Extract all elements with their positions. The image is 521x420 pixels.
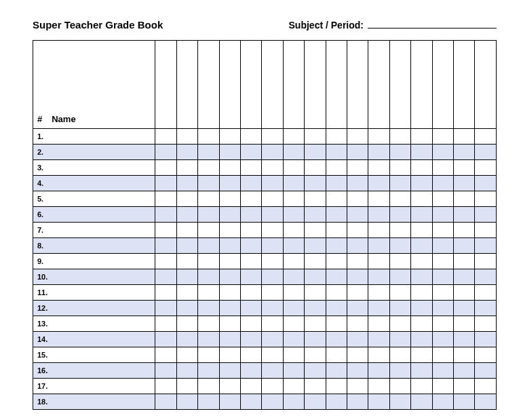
grade-cell[interactable] — [432, 145, 453, 160]
grade-cell[interactable] — [198, 363, 219, 379]
grade-cell[interactable] — [305, 207, 326, 223]
grade-cell[interactable] — [326, 269, 347, 285]
grade-cell[interactable] — [305, 332, 326, 347]
grade-cell[interactable] — [262, 363, 283, 379]
grade-cell[interactable] — [241, 160, 262, 176]
grade-cell[interactable] — [326, 332, 347, 347]
grade-cell[interactable] — [155, 363, 176, 379]
grade-cell[interactable] — [347, 332, 368, 347]
grade-cell[interactable] — [241, 176, 262, 191]
grade-cell[interactable] — [389, 129, 410, 145]
grade-cell[interactable] — [454, 316, 475, 332]
grade-cell[interactable] — [262, 379, 283, 394]
grade-cell[interactable] — [411, 363, 432, 379]
grade-cell[interactable] — [454, 254, 475, 269]
grade-cell[interactable] — [368, 285, 389, 301]
grade-cell[interactable] — [454, 332, 475, 347]
grade-cell[interactable] — [368, 254, 389, 269]
grade-cell[interactable] — [283, 301, 304, 316]
name-cell[interactable]: 14. — [33, 332, 155, 347]
grade-cell[interactable] — [219, 145, 240, 160]
grade-cell[interactable] — [432, 160, 453, 176]
grade-cell[interactable] — [347, 254, 368, 269]
grade-cell[interactable] — [326, 394, 347, 410]
grade-cell[interactable] — [219, 254, 240, 269]
grade-cell[interactable] — [283, 191, 304, 207]
grade-cell[interactable] — [389, 254, 410, 269]
grade-cell[interactable] — [475, 254, 497, 269]
grade-cell[interactable] — [241, 363, 262, 379]
grade-cell[interactable] — [176, 347, 197, 363]
grade-cell[interactable] — [475, 223, 497, 238]
grade-cell[interactable] — [262, 160, 283, 176]
grade-cell[interactable] — [176, 160, 197, 176]
grade-cell[interactable] — [454, 347, 475, 363]
name-cell[interactable]: 10. — [33, 269, 155, 285]
grade-cell[interactable] — [305, 301, 326, 316]
grade-cell[interactable] — [475, 363, 497, 379]
grade-cell[interactable] — [326, 223, 347, 238]
grade-cell[interactable] — [454, 269, 475, 285]
grade-cell[interactable] — [241, 316, 262, 332]
grade-cell[interactable] — [411, 332, 432, 347]
grade-cell[interactable] — [432, 285, 453, 301]
grade-cell[interactable] — [475, 379, 497, 394]
grade-cell[interactable] — [219, 269, 240, 285]
grade-cell[interactable] — [305, 176, 326, 191]
grade-cell[interactable] — [219, 394, 240, 410]
grade-cell[interactable] — [198, 379, 219, 394]
name-cell[interactable]: 15. — [33, 347, 155, 363]
grade-cell[interactable] — [219, 129, 240, 145]
grade-cell[interactable] — [219, 160, 240, 176]
grade-cell[interactable] — [155, 285, 176, 301]
grade-cell[interactable] — [347, 301, 368, 316]
grade-cell[interactable] — [389, 379, 410, 394]
grade-cell[interactable] — [305, 316, 326, 332]
name-cell[interactable]: 1. — [33, 129, 155, 145]
grade-cell[interactable] — [176, 145, 197, 160]
grade-cell[interactable] — [368, 129, 389, 145]
grade-cell[interactable] — [219, 238, 240, 254]
grade-cell[interactable] — [305, 238, 326, 254]
grade-cell[interactable] — [219, 191, 240, 207]
grade-cell[interactable] — [347, 207, 368, 223]
grade-cell[interactable] — [347, 363, 368, 379]
grade-cell[interactable] — [347, 160, 368, 176]
grade-cell[interactable] — [262, 176, 283, 191]
grade-cell[interactable] — [198, 207, 219, 223]
grade-cell[interactable] — [475, 238, 497, 254]
grade-cell[interactable] — [411, 160, 432, 176]
grade-cell[interactable] — [347, 269, 368, 285]
grade-cell[interactable] — [411, 285, 432, 301]
grade-cell[interactable] — [389, 394, 410, 410]
grade-cell[interactable] — [241, 191, 262, 207]
grade-cell[interactable] — [176, 176, 197, 191]
grade-cell[interactable] — [475, 145, 497, 160]
grade-cell[interactable] — [155, 207, 176, 223]
grade-cell[interactable] — [368, 207, 389, 223]
grade-cell[interactable] — [305, 145, 326, 160]
grade-cell[interactable] — [432, 363, 453, 379]
grade-cell[interactable] — [368, 347, 389, 363]
grade-cell[interactable] — [368, 145, 389, 160]
grade-cell[interactable] — [198, 176, 219, 191]
grade-cell[interactable] — [262, 145, 283, 160]
grade-cell[interactable] — [411, 223, 432, 238]
grade-cell[interactable] — [411, 269, 432, 285]
grade-cell[interactable] — [432, 254, 453, 269]
grade-cell[interactable] — [283, 332, 304, 347]
grade-cell[interactable] — [368, 363, 389, 379]
grade-cell[interactable] — [368, 332, 389, 347]
grade-cell[interactable] — [389, 191, 410, 207]
grade-cell[interactable] — [475, 160, 497, 176]
grade-cell[interactable] — [305, 285, 326, 301]
grade-cell[interactable] — [368, 191, 389, 207]
grade-cell[interactable] — [432, 347, 453, 363]
grade-cell[interactable] — [219, 285, 240, 301]
grade-cell[interactable] — [368, 301, 389, 316]
grade-cell[interactable] — [283, 347, 304, 363]
grade-cell[interactable] — [241, 394, 262, 410]
grade-cell[interactable] — [262, 332, 283, 347]
grade-cell[interactable] — [176, 223, 197, 238]
grade-cell[interactable] — [262, 129, 283, 145]
